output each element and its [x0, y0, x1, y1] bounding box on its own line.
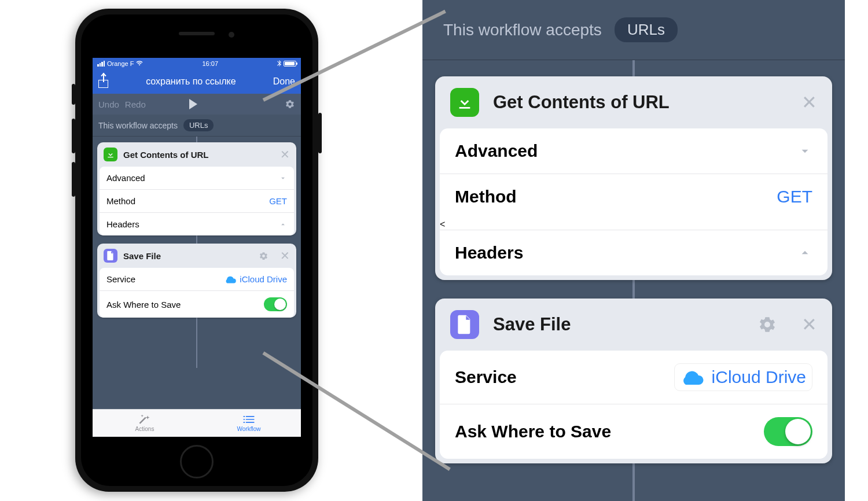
tab-label: Actions [135, 426, 155, 432]
navigation-bar: сохранить по ссылке Done [93, 69, 301, 94]
bottom-tab-bar: Actions Workflow [93, 409, 301, 437]
ask-where-label: Ask Where to Save [106, 300, 181, 310]
headers-label: Headers [455, 243, 523, 263]
action-parameters: Advanced Method GET < Headers [440, 128, 827, 275]
method-row[interactable]: Method GET [100, 189, 294, 212]
delete-action-icon[interactable]: ✕ [280, 149, 290, 160]
volume-up-button [72, 119, 75, 153]
service-label: Service [106, 274, 135, 284]
power-button [318, 113, 322, 153]
icloud-icon [225, 275, 236, 283]
accepts-type-badge[interactable]: URLs [615, 17, 678, 42]
phone-bezel: Orange F 16:07 сохранить по ссылке Do [81, 14, 312, 486]
home-button[interactable] [180, 445, 214, 478]
workflow-accepts-banner: This workflow accepts URLs [93, 115, 301, 137]
action-card-save-file[interactable]: Save File ✕ Service [97, 244, 296, 318]
service-value-text: iCloud Drive [240, 274, 287, 284]
action-header: Save File ✕ [97, 244, 296, 268]
zoomed-detail-panel: This workflow accepts URLs Get Contents … [422, 0, 845, 501]
chevron-down-icon [797, 143, 812, 159]
play-icon[interactable] [189, 99, 197, 109]
magic-wand-icon [138, 414, 152, 425]
list-icon [242, 414, 256, 425]
ask-where-row: Ask Where to Save [440, 404, 827, 459]
redo-button[interactable]: Redo [125, 100, 146, 109]
advanced-label: Advanced [455, 141, 538, 161]
speaker-grille [179, 32, 215, 35]
battery-icon [284, 61, 296, 67]
workflow-accepts-label: This workflow accepts [98, 121, 178, 130]
toggle-switch[interactable] [764, 417, 812, 446]
method-label: Method [455, 187, 517, 207]
action-title: Get Contents of URL [123, 150, 209, 160]
clock: 16:07 [202, 60, 218, 67]
advanced-row[interactable]: Advanced [100, 167, 294, 189]
service-row[interactable]: Service iCloud Drive [100, 268, 294, 290]
icloud-icon [681, 369, 704, 385]
document-icon [104, 249, 117, 263]
action-settings-gear-icon[interactable] [259, 251, 269, 261]
action-settings-gear-icon[interactable] [757, 315, 777, 334]
delete-action-icon[interactable]: ✕ [801, 93, 817, 112]
document-icon [450, 310, 479, 339]
undo-button[interactable]: Undo [98, 100, 119, 109]
service-value: iCloud Drive [225, 274, 287, 284]
headers-row[interactable]: Headers [440, 230, 827, 275]
carrier-label: Orange F [107, 60, 134, 67]
download-arrow-icon [104, 148, 117, 161]
ask-where-row: Ask Where to Save [100, 290, 294, 318]
service-value: iCloud Drive [674, 363, 812, 391]
action-header: Get Contents of URL ✕ [97, 142, 296, 167]
action-header: Save File ✕ [435, 299, 832, 351]
action-card-get-contents[interactable]: Get Contents of URL ✕ Advanced Method GE… [435, 76, 832, 280]
method-row[interactable]: Method GET [440, 174, 827, 219]
front-camera [229, 32, 234, 38]
workflow-canvas[interactable]: Get Contents of URL ✕ Advanced Method GE… [93, 137, 301, 437]
workflow-accepts-label: This workflow accepts [443, 21, 602, 39]
status-right [277, 60, 296, 68]
action-title: Get Contents of URL [493, 92, 670, 113]
chevron-up-icon [279, 220, 287, 229]
status-left: Orange F [97, 60, 143, 67]
workflow-accepts-banner: This workflow accepts URLs [422, 0, 845, 60]
action-parameters: Service iCloud Drive Ask Where to Save [100, 268, 294, 318]
settings-gear-icon[interactable] [285, 99, 295, 109]
action-parameters: Service iCloud Drive Ask Where to Save [440, 351, 827, 459]
iphone-device-frame: Orange F 16:07 сохранить по ссылке Do [75, 9, 318, 492]
headers-row[interactable]: Headers [100, 212, 294, 235]
toggle-switch[interactable] [264, 297, 287, 311]
service-label: Service [455, 367, 517, 387]
download-arrow-icon [450, 88, 479, 117]
workflow-title: сохранить по ссылке [146, 76, 236, 87]
method-label: Method [106, 196, 135, 206]
tab-label: Workflow [237, 426, 261, 432]
action-parameters: Advanced Method GET Headers [100, 167, 294, 235]
status-bar: Orange F 16:07 [93, 58, 301, 69]
share-icon[interactable] [98, 75, 109, 88]
method-value: GET [269, 196, 287, 206]
volume-down-button [72, 162, 75, 197]
action-title: Save File [123, 251, 161, 261]
chevron-down-icon [279, 174, 287, 182]
screen: Orange F 16:07 сохранить по ссылке Do [93, 58, 301, 437]
action-title: Save File [493, 314, 571, 335]
service-value-text: iCloud Drive [712, 367, 806, 387]
tab-workflow[interactable]: Workflow [197, 410, 301, 437]
cellular-signal-icon [97, 61, 105, 67]
chevron-up-icon [797, 245, 812, 260]
service-row[interactable]: Service iCloud Drive [440, 351, 827, 404]
headers-label: Headers [106, 219, 139, 229]
action-card-get-contents[interactable]: Get Contents of URL ✕ Advanced Method GE… [97, 142, 296, 235]
bluetooth-icon [277, 60, 281, 68]
action-card-save-file[interactable]: Save File ✕ Service iCloud Drive [435, 299, 832, 463]
delete-action-icon[interactable]: ✕ [280, 250, 290, 261]
advanced-row[interactable]: Advanced [440, 128, 827, 174]
ask-where-label: Ask Where to Save [455, 422, 611, 441]
mute-switch [72, 84, 75, 105]
delete-action-icon[interactable]: ✕ [801, 315, 817, 334]
wifi-icon [136, 60, 143, 67]
action-header: Get Contents of URL ✕ [435, 76, 832, 128]
workflow-canvas[interactable]: Get Contents of URL ✕ Advanced Method GE… [422, 60, 845, 501]
tab-actions[interactable]: Actions [93, 410, 197, 437]
accepts-type-badge[interactable]: URLs [183, 119, 214, 131]
